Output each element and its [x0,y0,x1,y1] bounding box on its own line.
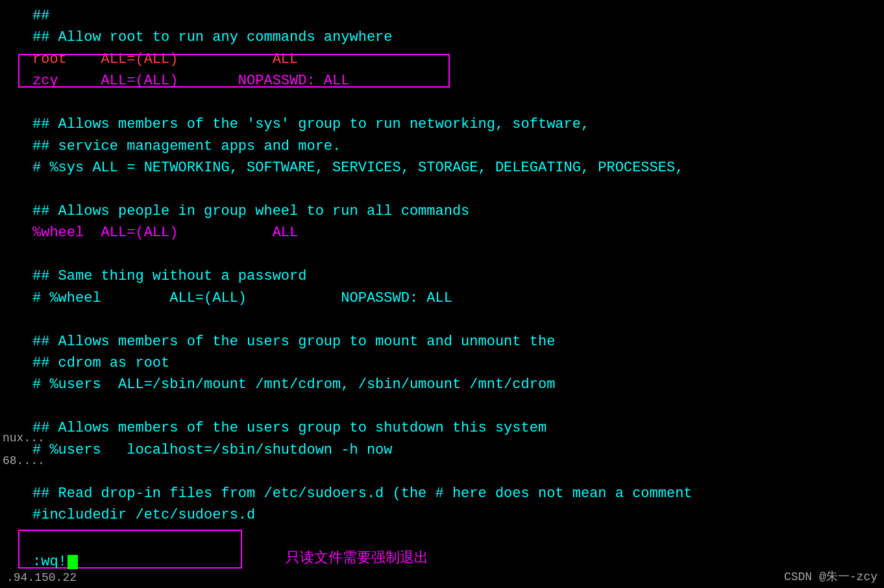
line-mount-1: ## Allows members of the users group to … [0,331,884,352]
status-left: .94.150.22 [6,571,77,584]
line-empty6 [0,461,884,482]
cursor-block [68,555,78,569]
line-sys-1: ## Allows members of the 'sys' group to … [0,114,884,135]
cmd-text: :wq! [32,554,67,570]
line-empty2 [0,179,884,201]
line-root-rule: root ALL=(ALL) ALL [0,49,884,70]
line-empty3 [0,244,884,265]
line-empty5 [0,396,884,417]
chinese-note: 只读文件需要强制退出 [286,548,428,567]
line-mount-rule: # %users ALL=/sbin/mount /mnt/cdrom, /sb… [0,374,884,395]
command-line[interactable]: :wq! [32,554,78,570]
line-shutdown-2: # %users localhost=/sbin/shutdown -h now [0,439,884,461]
side-label-68: 68.... [0,454,45,467]
line-empty4 [0,309,884,330]
line-read-drop-in: ## Read drop-in files from /etc/sudoers.… [0,483,884,504]
line-includedir: #includedir /etc/sudoers.d [0,504,884,526]
line-wheel-nopasswd: # %wheel ALL=(ALL) NOPASSWD: ALL [0,288,884,309]
line-zcy-rule: zcy ALL=(ALL) NOPASSWD: ALL [0,70,884,92]
line-allow-root: ## Allow root to run any commands anywhe… [0,27,884,48]
line-wheel-comment: ## Allows people in group wheel to run a… [0,201,884,222]
side-label-nux: nux... [0,432,45,445]
line-same-thing: ## Same thing without a password [0,265,884,287]
line-wheel-rule: %wheel ALL=(ALL) ALL [0,222,884,243]
line-sys-rule: # %sys ALL = NETWORKING, SOFTWARE, SERVI… [0,157,884,178]
line-mount-2: ## cdrom as root [0,352,884,374]
line-sys-2: ## service management apps and more. [0,136,884,157]
line-shutdown-1: ## Allows members of the users group to … [0,417,884,439]
terminal-window: ## ## Allow root to run any commands any… [0,0,884,588]
line-empty1 [0,92,884,114]
csdn-brand: CSDN @朱一-zcy [784,569,878,584]
line-hash1: ## [0,5,884,27]
